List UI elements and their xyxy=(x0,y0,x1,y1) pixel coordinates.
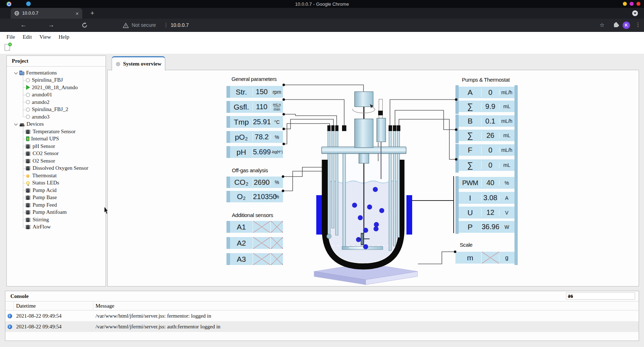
tab-search-button[interactable] xyxy=(632,10,638,16)
tab-system-overview[interactable]: System overview xyxy=(112,56,165,71)
tree-item[interactable]: Pump Feed xyxy=(7,201,106,209)
tree-item[interactable]: Status LEDs xyxy=(7,179,106,187)
profile-avatar[interactable]: K xyxy=(623,21,630,29)
parameter-row[interactable]: PWM 40 % xyxy=(455,177,514,189)
reload-button[interactable] xyxy=(82,22,88,28)
parameter-unit: % xyxy=(270,134,283,140)
parameter-label: A2 xyxy=(230,239,253,247)
section-title-additional: Additional sensors xyxy=(232,212,273,218)
tree-item-icon xyxy=(26,78,30,82)
parameter-row[interactable]: Tmp 25.91 °C xyxy=(226,116,283,128)
console-datetime-column[interactable]: Datetime xyxy=(14,302,93,310)
tree-item[interactable]: Dissolved Oxygen Sensor xyxy=(7,165,106,172)
tree-item[interactable]: Pump Base xyxy=(7,194,106,202)
security-label[interactable]: Not secure xyxy=(132,22,156,28)
log-message: /var/www/html/jfermi/server.jss: ferm­en… xyxy=(93,313,639,319)
parameter-row[interactable]: pO₂ 78.2 % xyxy=(226,131,283,143)
parameter-unit: mL/h xyxy=(499,90,514,95)
parameter-row[interactable]: CO₂ 2690 % xyxy=(226,177,283,188)
window-close-button[interactable] xyxy=(636,2,640,6)
browser-tab[interactable]: 10.0.0.7 × xyxy=(11,8,82,19)
new-tab-button[interactable]: + xyxy=(88,9,97,18)
expander-chevron-icon[interactable] xyxy=(14,122,18,126)
parameter-unit: mL xyxy=(499,162,514,168)
parameter-row[interactable]: B 0.1 mL/h xyxy=(455,115,514,127)
parameter-row[interactable]: Gsfl. 110 mLnmin xyxy=(226,101,283,113)
parameter-row[interactable]: m g xyxy=(455,252,514,264)
window-minimize-button[interactable] xyxy=(623,2,627,6)
tree-item[interactable]: Devices xyxy=(7,121,106,128)
url-text[interactable]: 10.0.0.7 xyxy=(171,22,189,28)
console-message-column[interactable]: Message xyxy=(93,303,639,309)
tree-item-icon xyxy=(26,93,30,97)
parameter-value: 78.2 xyxy=(253,133,270,141)
parameter-row[interactable]: U 12 V xyxy=(455,207,514,218)
tree-item[interactable]: Spirulina_FBJ_2 xyxy=(7,106,106,114)
parameter-row[interactable]: ∑ 26 mL xyxy=(455,130,514,141)
tree-item-label: Pump Base xyxy=(33,194,57,201)
tree-item[interactable]: Stirring xyxy=(7,216,106,223)
parameter-unit: mLnmin xyxy=(270,102,283,111)
tree-item[interactable]: arundo01 xyxy=(7,91,106,99)
parameter-row[interactable]: P 36.96 W xyxy=(455,221,514,233)
tree-item[interactable]: Spirulina_FBJ xyxy=(7,77,106,84)
console-search-box[interactable] xyxy=(566,292,635,300)
expander-chevron-icon[interactable] xyxy=(14,71,18,75)
parameter-row[interactable]: ∑ 0 mL xyxy=(455,159,514,171)
tree-item[interactable]: CO2 Sensor xyxy=(7,150,106,158)
tree-item[interactable]: AirFlow xyxy=(7,223,106,231)
menu-item[interactable]: Edit xyxy=(23,34,32,40)
back-button[interactable]: ← xyxy=(20,21,26,29)
console-rows: i 2021-08-22 09:49:54 /var/www/html/jfer… xyxy=(5,310,639,332)
forward-button[interactable]: → xyxy=(48,21,54,29)
browser-menu-icon[interactable]: ⋮ xyxy=(635,21,641,28)
tree-item[interactable]: Pump Antifoam xyxy=(7,209,106,216)
window-maximize-button[interactable] xyxy=(630,2,634,6)
parameter-row[interactable]: Str. 150 rpm xyxy=(226,86,283,98)
parameter-row[interactable]: A1 xyxy=(226,221,283,233)
tree-item-label: Pump Antifoam xyxy=(33,209,67,215)
parameter-row[interactable]: A2 xyxy=(226,237,283,249)
bookmark-star-icon[interactable]: ☆ xyxy=(600,22,604,28)
parameter-label: P xyxy=(459,223,481,231)
tree-item[interactable]: 2021_08_18_Arundo xyxy=(7,84,106,91)
new-file-icon[interactable]: + xyxy=(5,44,10,51)
parameter-value: 2690 xyxy=(253,178,270,187)
menu-item[interactable]: Help xyxy=(59,34,69,40)
tab-close-icon[interactable]: × xyxy=(75,10,79,16)
tree-item[interactable]: Thermostat xyxy=(7,172,106,179)
tree-item-label: Dissolved Oxygen Sensor xyxy=(33,165,88,171)
tree-item-label: Internal UPS xyxy=(31,136,59,142)
tree-item[interactable]: Internal UPS xyxy=(7,135,106,143)
tree-item[interactable]: Temperature Sensor xyxy=(7,128,106,135)
extensions-puzzle-icon[interactable] xyxy=(614,23,618,27)
parameter-label: Tmp xyxy=(230,118,253,126)
tree-item-label: Stirring xyxy=(33,217,49,223)
tree-item[interactable]: Fermentations xyxy=(7,69,106,77)
parameter-value: 0.1 xyxy=(481,117,499,125)
table-strip xyxy=(455,144,459,173)
menu-item[interactable]: View xyxy=(39,34,51,40)
console-search-input[interactable] xyxy=(573,293,635,299)
tree-item[interactable]: arundo3 xyxy=(7,113,106,121)
parameter-row[interactable]: A 0 mL/h xyxy=(455,87,514,98)
tree-item[interactable]: Pump Acid xyxy=(7,187,106,194)
security-warning-icon[interactable] xyxy=(123,23,129,28)
log-message: /var/www/html/jfermi/server.jss: auth:fe… xyxy=(93,324,639,330)
parameter-row[interactable]: F 0 mL/h xyxy=(455,144,514,156)
parameter-unit: rpm xyxy=(270,89,283,95)
tree-item-icon xyxy=(26,151,30,156)
parameter-row[interactable]: pH 5.699 -log(H⁺) xyxy=(226,146,283,158)
parameter-row[interactable]: A3 xyxy=(226,253,283,265)
parameter-row[interactable]: I 3.08 A xyxy=(455,192,514,204)
parameter-row[interactable]: O₂ 210350 % xyxy=(226,191,283,202)
parameter-value: 0 xyxy=(481,146,499,154)
tree-item-label: Fermentations xyxy=(26,70,57,76)
tree-item[interactable]: arundo2 xyxy=(7,98,106,106)
tree-item[interactable]: pH Sensor xyxy=(7,143,106,150)
globe-favicon-icon xyxy=(14,11,19,16)
tree-item[interactable]: O2 Sensor xyxy=(7,157,106,165)
menu-item[interactable]: File xyxy=(6,34,15,40)
parameter-row[interactable]: ∑ 9.9 mL xyxy=(455,101,514,112)
pumps-thermostat-table: A 0 mL/h ∑ 9.9 mL B 0.1 mL/h ∑ 26 mL F 0… xyxy=(455,85,518,265)
